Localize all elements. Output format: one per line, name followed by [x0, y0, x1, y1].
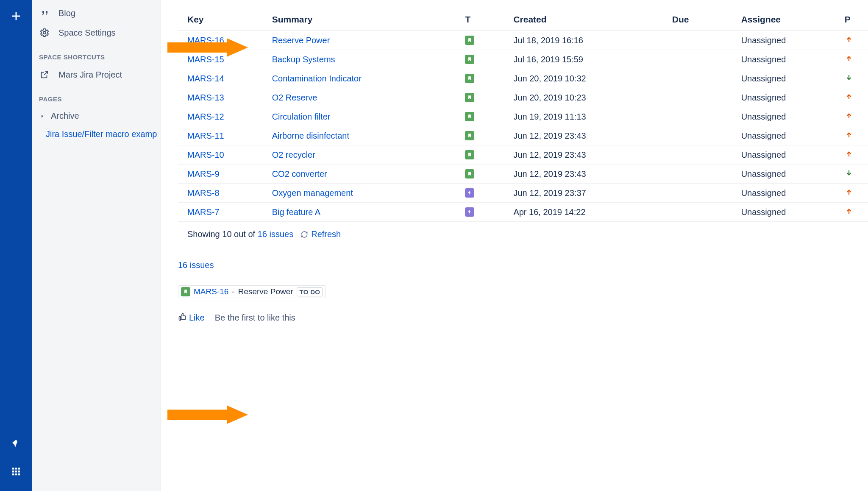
story-type-icon — [465, 169, 474, 179]
issue-key-link[interactable]: MARS-8 — [187, 188, 220, 198]
sidebar-page-archive[interactable]: Archive — [32, 107, 161, 125]
issue-due — [668, 203, 737, 222]
svg-rect-7 — [15, 474, 17, 476]
issue-created: Jun 20, 2019 10:23 — [509, 88, 668, 107]
issue-key-link[interactable]: MARS-10 — [187, 150, 224, 159]
table-row: MARS-9CO2 converterJun 12, 2019 23:43Una… — [178, 165, 868, 184]
issue-summary-link[interactable]: Backup Systems — [272, 55, 335, 64]
svg-rect-6 — [12, 474, 14, 476]
issue-key-link[interactable]: MARS-13 — [187, 93, 224, 102]
svg-rect-3 — [12, 471, 14, 473]
single-issue-summary: Reserve Power — [238, 287, 293, 296]
table-row: MARS-14Contamination IndicatorJun 20, 20… — [178, 69, 868, 88]
sidebar-item-label: Jira Issue/Filter macro examp — [46, 129, 157, 139]
issue-assignee: Unassigned — [737, 184, 840, 203]
svg-rect-1 — [15, 468, 17, 470]
svg-rect-5 — [18, 471, 20, 473]
issue-summary-link[interactable]: O2 Reserve — [272, 93, 317, 102]
svg-rect-2 — [18, 468, 20, 470]
total-issues-link[interactable]: 16 issues — [258, 229, 294, 239]
sidebar-item-label: Archive — [51, 111, 79, 121]
sidebar-item-blog[interactable]: Blog — [32, 3, 161, 23]
col-priority[interactable]: P — [840, 8, 868, 31]
sidebar-item-label: Space Settings — [58, 28, 116, 38]
issue-key-link[interactable]: MARS-9 — [187, 169, 220, 179]
issue-created: Jun 12, 2019 23:37 — [509, 184, 668, 203]
issue-assignee: Unassigned — [737, 107, 840, 126]
thumbs-up-icon — [178, 312, 186, 323]
whats-new-icon[interactable] — [8, 435, 25, 452]
issue-created: Jun 12, 2019 23:43 — [509, 126, 668, 145]
priority-medium-icon — [845, 131, 853, 139]
refresh-link[interactable]: Refresh — [311, 229, 341, 239]
like-label: Like — [189, 313, 205, 323]
story-type-icon — [465, 74, 474, 83]
table-row: MARS-15Backup SystemsJul 16, 2019 15:59U… — [178, 50, 868, 69]
issue-created: Jun 12, 2019 23:43 — [509, 165, 668, 184]
svg-rect-4 — [15, 471, 17, 473]
chevron-right-icon — [40, 111, 45, 121]
issue-key-link[interactable]: MARS-15 — [187, 55, 224, 64]
issue-summary-link[interactable]: Airborne disinfectant — [272, 131, 349, 140]
issue-created: Jun 20, 2019 10:32 — [509, 69, 668, 88]
refresh-icon[interactable] — [300, 230, 309, 239]
table-row: MARS-11Airborne disinfectantJun 12, 2019… — [178, 126, 868, 145]
issue-assignee: Unassigned — [737, 165, 840, 184]
issue-due — [668, 88, 737, 107]
story-type-icon — [465, 93, 474, 102]
sidebar-page-current[interactable]: Jira Issue/Filter macro examp — [32, 125, 161, 143]
external-link-icon — [39, 69, 50, 80]
table-row: MARS-12Circulation filterJun 19, 2019 11… — [178, 107, 868, 126]
issue-due — [668, 126, 737, 145]
sidebar-heading-shortcuts: SPACE SHORTCUTS — [32, 42, 161, 65]
issue-summary-link[interactable]: Contamination Indicator — [272, 74, 362, 83]
priority-medium-icon — [845, 112, 853, 120]
quote-icon — [39, 8, 50, 19]
app-switcher-icon[interactable] — [8, 463, 25, 480]
issue-key-link[interactable]: MARS-7 — [187, 207, 220, 217]
issue-key-link[interactable]: MARS-16 — [187, 36, 224, 45]
create-button[interactable] — [8, 8, 25, 25]
sidebar-item-space-settings[interactable]: Space Settings — [32, 23, 161, 42]
table-footer: Showing 10 out of 16 issues Refresh — [178, 222, 868, 239]
story-type-icon — [465, 150, 474, 159]
issue-key-link[interactable]: MARS-14 — [187, 74, 224, 83]
issue-summary-link[interactable]: Big feature A — [272, 207, 321, 217]
priority-low-icon — [845, 169, 853, 177]
col-summary[interactable]: Summary — [268, 8, 461, 31]
like-button[interactable]: Like — [178, 312, 205, 323]
issue-created: Jul 18, 2019 16:16 — [509, 31, 668, 50]
svg-point-9 — [43, 31, 46, 34]
issue-summary-link[interactable]: Circulation filter — [272, 112, 331, 121]
issue-created: Jul 16, 2019 15:59 — [509, 50, 668, 69]
table-row: MARS-8Oxygen managementJun 12, 2019 23:3… — [178, 184, 868, 203]
issue-assignee: Unassigned — [737, 50, 840, 69]
issue-due — [668, 165, 737, 184]
single-issue-sep: - — [232, 287, 234, 296]
col-due[interactable]: Due — [668, 8, 737, 31]
showing-text: Showing 10 out of — [187, 229, 258, 239]
issue-due — [668, 107, 737, 126]
story-type-icon — [465, 112, 474, 121]
col-assignee[interactable]: Assignee — [737, 8, 840, 31]
issue-key-link[interactable]: MARS-12 — [187, 112, 224, 121]
issue-assignee: Unassigned — [737, 126, 840, 145]
issue-summary-link[interactable]: Reserve Power — [272, 36, 330, 45]
issue-summary-link[interactable]: Oxygen management — [272, 188, 353, 198]
issue-summary-link[interactable]: O2 recycler — [272, 150, 315, 159]
single-issue-macro[interactable]: MARS-16 - Reserve Power TO DO — [178, 285, 326, 298]
all-issues-link[interactable]: 16 issues — [178, 260, 214, 270]
issue-key-link[interactable]: MARS-11 — [187, 131, 224, 140]
priority-medium-icon — [845, 207, 853, 215]
story-type-icon — [181, 287, 190, 296]
sidebar-item-label: Blog — [58, 8, 75, 18]
sidebar-shortcut-mars[interactable]: Mars Jira Project — [32, 65, 161, 84]
all-issues-link-row: 16 issues — [178, 239, 868, 270]
col-created[interactable]: Created — [509, 8, 668, 31]
issue-due — [668, 184, 737, 203]
col-key[interactable]: Key — [178, 8, 268, 31]
issue-summary-link[interactable]: CO2 converter — [272, 169, 327, 179]
col-type[interactable]: T — [461, 8, 509, 31]
issue-assignee: Unassigned — [737, 145, 840, 165]
epic-type-icon — [465, 188, 474, 198]
